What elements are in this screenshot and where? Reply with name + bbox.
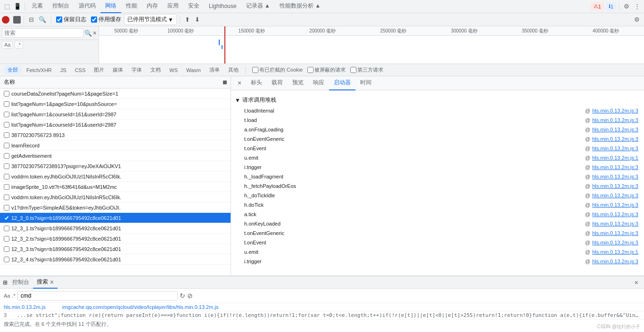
stack-loc-0[interactable]: hls.min.0.13.2m.js:3 xyxy=(592,108,638,113)
type-manifest[interactable]: 清单 xyxy=(206,65,223,74)
import-icon[interactable]: ⬆ xyxy=(183,15,192,24)
request-item-12[interactable]: 12_3_0.ts?sign=b1899666795492c8ce0621d01 xyxy=(0,213,231,223)
regex-btn[interactable]: .* xyxy=(15,41,23,49)
stack-loc-14[interactable]: hls.min.0.13.2m.js:3 xyxy=(592,240,638,245)
request-checkbox-5[interactable] xyxy=(4,143,9,148)
details-tab-response[interactable]: 响应 xyxy=(308,76,329,90)
console-tab-search[interactable]: 搜索 × xyxy=(33,276,58,289)
stack-loc-9[interactable]: hls.min.0.13.2m.js:3 xyxy=(592,193,638,198)
request-checkbox-15[interactable] xyxy=(4,246,9,252)
case-sensitive-btn[interactable]: Aa xyxy=(2,41,13,49)
side-panel-toggle[interactable]: ⊞ xyxy=(2,279,8,286)
stack-loc-10[interactable]: hls.min.0.13.2m.js:3 xyxy=(592,202,638,208)
stack-loc-4[interactable]: hls.min.0.13.2m.js:3 xyxy=(592,146,638,151)
request-checkbox-4[interactable] xyxy=(4,132,9,138)
request-item-4[interactable]: 38770230756723 8913 xyxy=(0,130,231,140)
request-checkbox-13[interactable] xyxy=(4,226,9,231)
third-party-label[interactable]: 第三方请求 xyxy=(350,66,383,73)
request-checkbox-14[interactable] xyxy=(4,236,9,242)
console-refresh-btn[interactable]: ↻ xyxy=(180,292,185,300)
details-tab-initiator[interactable]: 启动器 xyxy=(329,76,355,90)
request-item-11[interactable]: v1?drmType=SimpleAES&token=eyJhbGciOiJI. xyxy=(0,202,231,213)
request-item-9[interactable]: imageSprite_10.vtt?t=63f6416d&us=M1M2mc xyxy=(0,182,231,192)
request-checkbox-8[interactable] xyxy=(4,174,9,179)
request-checkbox-6[interactable] xyxy=(4,153,9,159)
details-tab-headers[interactable]: 标头 xyxy=(246,76,267,90)
details-tab-timing[interactable]: 时间 xyxy=(355,76,376,90)
stack-loc-6[interactable]: hls.min.0.13.2m.js:3 xyxy=(592,164,638,170)
blocked-requests-checkbox[interactable] xyxy=(307,67,314,73)
stop-button[interactable] xyxy=(13,16,21,24)
console-search-input[interactable] xyxy=(17,291,178,300)
tab-performance[interactable]: 性能 xyxy=(121,0,142,13)
stack-loc-7[interactable]: hls.min.0.13.2m.js:3 xyxy=(592,174,638,179)
tab-network[interactable]: 网络 xyxy=(100,0,121,13)
tab-sources[interactable]: 源代码 xyxy=(74,0,100,13)
search-input[interactable] xyxy=(2,28,83,38)
type-ws[interactable]: WS xyxy=(165,66,182,74)
console-file-url[interactable]: imgcache.qq.com/open/qcloud/video/tcplay… xyxy=(62,304,218,310)
type-img[interactable]: 图片 xyxy=(90,65,108,74)
search-icon[interactable]: 🔍 xyxy=(37,15,48,24)
blocked-requests-label[interactable]: 被屏蔽的请求 xyxy=(307,66,346,73)
console-close-all-btn[interactable]: × xyxy=(631,279,642,286)
export-icon[interactable]: ⬇ xyxy=(193,15,202,24)
type-all[interactable]: 全部 xyxy=(4,65,22,74)
stack-loc-15[interactable]: hls.min.0.13.2m.js:1 xyxy=(592,249,638,255)
request-checkbox-12[interactable] xyxy=(4,215,9,221)
request-item-5[interactable]: learnRecord xyxy=(0,140,231,151)
inspect-icon[interactable]: ⬚ xyxy=(2,1,12,12)
stack-loc-2[interactable]: hls.min.0.13.2m.js:3 xyxy=(592,127,638,132)
request-item-15[interactable]: 12_3_3.ts?sign=b1899666795492c8ce0621d01 xyxy=(0,244,231,254)
third-party-checkbox[interactable] xyxy=(350,67,356,73)
request-item-13[interactable]: 12_3_1.ts?sign=b1899666795492c8ce0621d01 xyxy=(0,223,231,234)
tab-elements[interactable]: 元素 xyxy=(27,0,48,13)
stack-loc-11[interactable]: hls.min.0.13.2m.js:3 xyxy=(592,211,638,217)
stack-loc-13[interactable]: hls.min.0.13.2m.js:3 xyxy=(592,230,638,236)
request-item-14[interactable]: 12_3_2.ts?sign=b1899666795492c8ce0621d01 xyxy=(0,234,231,244)
stack-loc-5[interactable]: hls.min.0.13.2m.js:1 xyxy=(592,155,638,161)
type-css[interactable]: CSS xyxy=(71,66,90,74)
console-tab-console[interactable]: 控制台 xyxy=(8,276,33,289)
type-fetch-xhr[interactable]: Fetch/XHR xyxy=(23,66,56,74)
device-icon[interactable]: 📱 xyxy=(12,1,23,12)
resize-handle[interactable] xyxy=(223,81,227,84)
request-item-0[interactable]: courseDataZonelist?pageNum=1&pageSize=1 xyxy=(0,89,231,99)
type-other[interactable]: 其他 xyxy=(224,65,242,74)
request-checkbox-11[interactable] xyxy=(4,205,9,211)
stack-loc-1[interactable]: hls.min.0.13.2m.js:3 xyxy=(592,117,638,123)
stack-header[interactable]: ▼ 请求调用堆栈 xyxy=(235,94,640,106)
tab-memory[interactable]: 内存 xyxy=(142,0,163,13)
stack-loc-8[interactable]: hls.min.0.13.2m.js:3 xyxy=(592,183,638,189)
tab-application[interactable]: 应用 xyxy=(163,0,183,13)
request-checkbox-10[interactable] xyxy=(4,194,9,200)
tab-lighthouse[interactable]: Lighthouse xyxy=(204,0,241,13)
type-font[interactable]: 字体 xyxy=(128,65,146,74)
search-clear-icon[interactable]: × xyxy=(93,29,97,37)
settings-icon[interactable]: ⚙ xyxy=(621,1,632,12)
details-close-btn[interactable]: × xyxy=(233,76,246,90)
tab-console[interactable]: 控制台 xyxy=(48,0,74,13)
type-media[interactable]: 媒体 xyxy=(109,65,127,74)
blocked-cookies-checkbox[interactable] xyxy=(252,67,258,73)
request-item-2[interactable]: list?pageNum=1&courseId=161&userId=2987 xyxy=(0,109,231,120)
disable-cache-checkbox[interactable] xyxy=(91,16,97,23)
type-js[interactable]: JS xyxy=(57,66,70,74)
request-item-7[interactable]: 387702307567238913?psign=eyJ0eXAiOiJKV1 xyxy=(0,161,231,171)
stack-loc-12[interactable]: hls.min.0.13.2m.js:3 xyxy=(592,221,638,227)
console-cancel-btn[interactable]: ⊘ xyxy=(187,292,193,300)
search-submit-icon[interactable]: 🔍 xyxy=(84,30,92,37)
request-item-8[interactable]: voddrm.token.eyJhbGciOiJIUzI1NiIsInR5cCl… xyxy=(0,171,231,182)
request-item-16[interactable]: 12_3_4.ts?sign=b1899666795492c8ce0621d01 xyxy=(0,254,231,265)
disable-cache-label[interactable]: 停用缓存 xyxy=(89,16,123,24)
request-item-10[interactable]: voddrm.token.eyJhbGciOiJIUzI1NiIsInR5cCl… xyxy=(0,192,231,202)
settings-icon-right[interactable]: ⚙ xyxy=(632,15,642,25)
request-item-6[interactable]: getAdvertisement xyxy=(0,151,231,161)
tab-security[interactable]: 安全 xyxy=(183,0,204,13)
stack-loc-3[interactable]: hls.min.0.13.2m.js:3 xyxy=(592,136,638,142)
console-file-name[interactable]: hls.min.0.13.2m.js xyxy=(4,304,60,310)
preserve-log-checkbox[interactable] xyxy=(56,16,62,23)
request-item-1[interactable]: list?pageNum=1&pageSize=10&pushSource= xyxy=(0,99,231,109)
details-tab-payload[interactable]: 载荷 xyxy=(267,76,288,90)
stack-loc-16[interactable]: hls.min.0.13.2m.js:3 xyxy=(592,259,638,264)
